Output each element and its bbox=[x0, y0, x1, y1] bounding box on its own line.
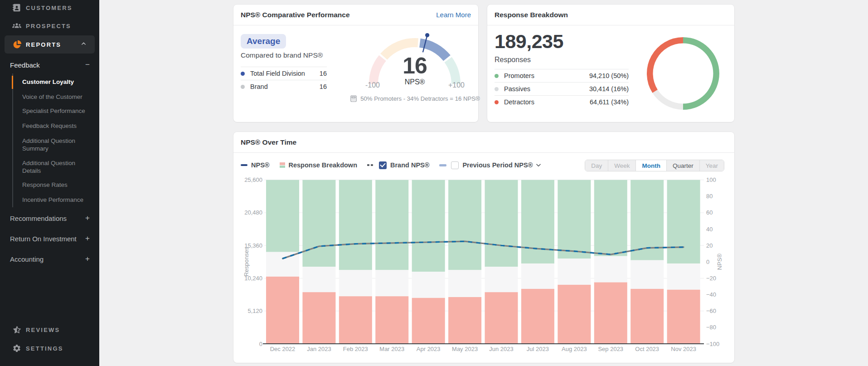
bar-promoters-4 bbox=[412, 180, 445, 272]
sidebar-section-feedback[interactable]: Feedback − bbox=[10, 59, 90, 70]
range-button-month[interactable]: Month bbox=[636, 160, 666, 171]
legend-item-nps: NPS® bbox=[241, 161, 270, 169]
learn-more-link[interactable]: Learn More bbox=[436, 11, 471, 19]
y-right-tick-label: 20 bbox=[706, 242, 713, 249]
legend-label: NPS® bbox=[251, 161, 270, 169]
expand-plus-icon[interactable]: + bbox=[85, 234, 90, 243]
bar-promoters-2 bbox=[339, 180, 372, 270]
bar-detractors-4 bbox=[412, 298, 445, 344]
chevron-up-icon bbox=[81, 40, 87, 49]
chart-legend: NPS® Response Breakdown Brand NPS® Previ… bbox=[241, 157, 552, 173]
range-button-year[interactable]: Year bbox=[700, 160, 724, 171]
sidebar-subitem-customer-loyalty[interactable]: Customer Loyalty bbox=[13, 75, 94, 90]
card-header: NPS® Over Time bbox=[233, 132, 734, 153]
bar-passives-1 bbox=[302, 267, 335, 292]
bar-promoters-8 bbox=[558, 180, 591, 259]
sidebar-subitem-additional-question-summary[interactable]: Additional Question Summary bbox=[13, 134, 81, 156]
bar-promoters-3 bbox=[375, 180, 408, 270]
gauge-min-label: -100 bbox=[359, 81, 386, 89]
brand-nps-checkbox[interactable] bbox=[379, 161, 387, 169]
y-right-tick-label: −40 bbox=[706, 291, 716, 298]
sidebar-section-recommendations[interactable]: Recommendations + bbox=[10, 213, 90, 224]
expand-plus-icon[interactable]: + bbox=[85, 214, 90, 223]
bar-detractors-10 bbox=[630, 289, 664, 344]
collapse-minus-icon[interactable]: − bbox=[85, 60, 90, 69]
sidebar-subitem-incentive-performance[interactable]: Incentive Performance bbox=[13, 193, 94, 208]
card-title: NPS® Over Time bbox=[241, 138, 296, 146]
sidebar-subitem-feedback-requests[interactable]: Feedback Requests bbox=[13, 119, 94, 134]
card-title: NPS® Comparative Performance bbox=[241, 11, 350, 19]
x-axis-label: Dec 2022 bbox=[270, 346, 296, 352]
x-axis-label: Jul 2023 bbox=[527, 346, 549, 352]
legend-label: Brand NPS® bbox=[390, 161, 429, 169]
sidebar-item-reviews[interactable]: REVIEWS bbox=[0, 321, 99, 339]
subitem-label: Response Rates bbox=[13, 181, 68, 189]
sidebar-section-return-on-investment[interactable]: Return On Investment + bbox=[10, 233, 90, 244]
y-left-tick-label: 5,120 bbox=[247, 307, 262, 314]
comparison-table: Total Field Division 16 Brand 16 bbox=[241, 67, 327, 93]
y-left-axis-title: Responses bbox=[243, 247, 250, 277]
table-row: Promoters 94,210 (50%) bbox=[495, 69, 629, 82]
row-label: Brand bbox=[250, 83, 320, 90]
sidebar-item-label: REVIEWS bbox=[26, 327, 60, 333]
sidebar-subitem-voice-of-the-customer[interactable]: Voice of the Customer bbox=[13, 90, 94, 105]
total-responses-value: 189,235 bbox=[495, 32, 563, 51]
bar-passives-0 bbox=[266, 252, 299, 277]
formula-text: 50% Promoters - 34% Detractors = 16 NPS® bbox=[360, 95, 480, 102]
sidebar-item-reports[interactable]: REPORTS bbox=[5, 35, 95, 54]
y-right-tick-label: 80 bbox=[706, 193, 713, 200]
card-header: NPS® Comparative Performance Learn More bbox=[233, 5, 478, 25]
contact-book-icon bbox=[12, 3, 22, 13]
row-label: Passives bbox=[504, 85, 589, 93]
range-button-quarter[interactable]: Quarter bbox=[667, 160, 700, 171]
sidebar-subitem-response-rates[interactable]: Response Rates bbox=[13, 178, 94, 193]
series-dot-detractors bbox=[495, 100, 499, 104]
previous-period-nps-checkbox[interactable] bbox=[451, 161, 459, 169]
bar-detractors-7 bbox=[521, 289, 554, 344]
bar-detractors-9 bbox=[594, 283, 627, 344]
bar-promoters-7 bbox=[521, 180, 554, 264]
breakdown-table: Promoters 94,210 (50%) Passives 30,414 (… bbox=[495, 69, 629, 108]
x-axis-label: Mar 2023 bbox=[379, 346, 404, 352]
bar-detractors-5 bbox=[448, 297, 481, 344]
gear-icon bbox=[12, 343, 22, 353]
bar-promoters-0 bbox=[266, 180, 299, 252]
donut-slice-promoters bbox=[683, 37, 719, 110]
y-right-tick-label: −100 bbox=[706, 341, 719, 347]
legend-label: Previous Period NPS® bbox=[462, 161, 533, 169]
table-row: Passives 30,414 (16%) bbox=[495, 82, 629, 95]
sidebar-item-settings[interactable]: SETTINGS bbox=[0, 339, 99, 357]
y-right-tick-label: 40 bbox=[706, 226, 713, 233]
legend-item-response-breakdown: Response Breakdown bbox=[280, 161, 358, 169]
range-button-week[interactable]: Week bbox=[608, 160, 636, 171]
range-button-day[interactable]: Day bbox=[585, 160, 608, 171]
calculator-icon bbox=[350, 95, 357, 102]
card-header: Response Breakdown bbox=[487, 5, 734, 25]
expand-plus-icon[interactable]: + bbox=[85, 254, 90, 264]
sidebar-item-prospects[interactable]: PROSPECTS bbox=[0, 17, 99, 35]
x-axis-label: Apr 2023 bbox=[417, 346, 441, 352]
sidebar-item-customers[interactable]: CUSTOMERS bbox=[0, 0, 99, 17]
table-row: Detractors 64,611 (34%) bbox=[495, 95, 629, 108]
response-breakdown-donut-chart bbox=[646, 36, 720, 111]
sidebar-subitem-additional-question-details[interactable]: Additional Question Details bbox=[13, 156, 81, 178]
subitem-label: Voice of the Customer bbox=[13, 93, 82, 101]
row-value: 94,210 (50%) bbox=[589, 72, 629, 79]
sidebar-item-label: PROSPECTS bbox=[26, 23, 71, 29]
chevron-down-icon[interactable] bbox=[535, 162, 542, 168]
row-value: 16 bbox=[320, 70, 327, 77]
dashed-line-swatch-icon bbox=[367, 164, 374, 166]
section-label: Accounting bbox=[10, 255, 44, 263]
y-left-tick-label: 25,600 bbox=[244, 176, 262, 183]
table-row: Total Field Division 16 bbox=[241, 67, 327, 80]
bar-promoters-9 bbox=[594, 180, 627, 256]
sidebar-section-accounting[interactable]: Accounting + bbox=[10, 254, 90, 264]
bar-promoters-5 bbox=[448, 180, 481, 270]
sidebar-subitem-specialist-performance[interactable]: Specialist Performance bbox=[13, 104, 94, 119]
section-label: Recommendations bbox=[10, 215, 67, 222]
response-breakdown-swatch-icon bbox=[280, 162, 285, 168]
x-axis-label: Aug 2023 bbox=[562, 346, 587, 352]
bar-passives-8 bbox=[558, 259, 591, 285]
bar-detractors-0 bbox=[266, 277, 299, 344]
series-dot-total-field-division bbox=[241, 72, 245, 76]
